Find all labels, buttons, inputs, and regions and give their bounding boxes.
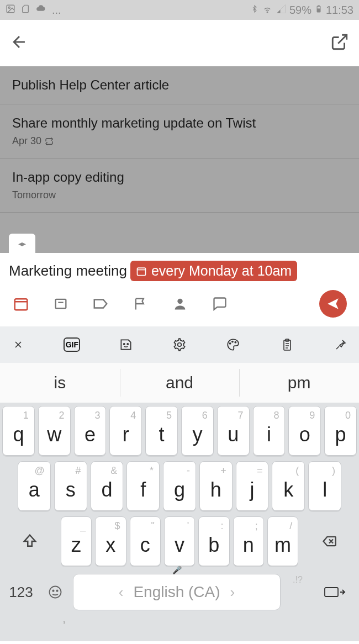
back-button[interactable] (10, 33, 29, 54)
open-external-button[interactable] (330, 33, 349, 54)
comment-button[interactable] (211, 295, 229, 313)
chevron-right-icon: › (230, 584, 235, 601)
task-meta: Apr 30 (12, 135, 347, 147)
task-meta: Tomorrow (12, 189, 347, 201)
task-title: Share monthly marketing update on Twist (12, 115, 347, 131)
label-button[interactable] (92, 295, 109, 313)
key-h[interactable]: +h (199, 461, 233, 511)
picture-icon (6, 4, 15, 17)
compose-toolbar (9, 281, 350, 326)
send-button[interactable] (319, 290, 347, 318)
drag-handle-icon[interactable]: ◂▸ (9, 234, 35, 253)
backspace-key[interactable] (302, 516, 357, 566)
task-item[interactable]: Share monthly marketing update on Twist … (0, 104, 359, 159)
key-g[interactable]: -g (163, 461, 196, 511)
kb-settings-button[interactable] (171, 336, 188, 353)
svg-point-19 (52, 590, 54, 592)
keyboard-suggestions: is and pm (0, 363, 359, 403)
key-b[interactable]: :b (198, 516, 229, 566)
task-item[interactable]: In-app copy editing Tomorrow (0, 159, 359, 213)
clock-time: 11:53 (326, 4, 353, 17)
svg-rect-7 (15, 299, 28, 310)
repeat-icon (45, 137, 54, 146)
key-e[interactable]: 3e (74, 406, 107, 456)
schedule-button[interactable] (12, 295, 30, 313)
keyboard-toolbar: GIF (0, 326, 359, 363)
svg-point-10 (123, 344, 124, 345)
assignee-button[interactable] (171, 295, 189, 313)
task-item[interactable]: Publish Help Center article (0, 66, 359, 104)
key-t[interactable]: 5t (145, 406, 178, 456)
task-list-overlay: Publish Help Center article Share monthl… (0, 66, 359, 253)
key-v[interactable]: 'v (164, 516, 195, 566)
svg-rect-21 (325, 588, 338, 597)
mic-icon: 🎤 (172, 566, 182, 574)
cell-signal-icon (276, 4, 286, 17)
key-w[interactable]: 2w (38, 406, 71, 456)
battery-icon (315, 3, 323, 17)
kb-gif-button[interactable]: GIF (64, 336, 80, 353)
svg-rect-4 (318, 6, 319, 6)
suggestion-1[interactable]: is (0, 363, 120, 403)
key-n[interactable]: ;n (233, 516, 264, 566)
kb-sticker-button[interactable] (118, 336, 134, 353)
svg-rect-5 (318, 9, 320, 12)
key-a[interactable]: @a (18, 461, 51, 511)
key-i[interactable]: 8i (253, 406, 286, 456)
key-l[interactable]: )l (308, 461, 341, 511)
sd-card-icon (21, 4, 30, 17)
emoji-key[interactable] (41, 584, 70, 600)
svg-point-9 (177, 299, 182, 304)
key-r[interactable]: 4r (109, 406, 142, 456)
kb-theme-button[interactable] (225, 336, 241, 353)
task-title: Publish Help Center article (12, 77, 347, 93)
task-input-text: Marketing meeting (9, 262, 127, 279)
svg-point-13 (230, 343, 231, 344)
svg-point-11 (127, 344, 128, 345)
svg-point-14 (232, 341, 233, 342)
svg-point-1 (8, 7, 10, 8)
key-j[interactable]: =j (236, 461, 269, 511)
date-chip-text: every Monday at 10am (151, 263, 292, 279)
key-u[interactable]: 7u (217, 406, 250, 456)
key-k[interactable]: (k (272, 461, 305, 511)
wifi-icon (262, 4, 273, 17)
key-z[interactable]: _z (61, 516, 92, 566)
suggestion-2[interactable]: and (120, 363, 240, 403)
punct-hint: .!? (284, 575, 312, 585)
svg-point-12 (178, 343, 182, 347)
key-c[interactable]: "c (130, 516, 161, 566)
kb-clipboard-button[interactable] (279, 336, 295, 353)
key-y[interactable]: 6y (181, 406, 214, 456)
app-header (0, 20, 359, 66)
soft-keyboard: 1q2w3e4r5t6y7u8i9o0p @a#s&d*f-g+h=j(k)l … (0, 403, 359, 641)
kb-pin-button[interactable] (332, 336, 349, 353)
compose-panel: Marketing meeting every Monday at 10am (0, 253, 359, 326)
calendar-icon (136, 266, 147, 277)
date-chip[interactable]: every Monday at 10am (130, 261, 297, 281)
key-x[interactable]: $x (95, 516, 126, 566)
enter-key[interactable] (315, 584, 355, 600)
priority-button[interactable] (131, 295, 149, 313)
chevron-left-icon: ‹ (119, 584, 124, 601)
key-f[interactable]: *f (126, 461, 160, 511)
space-label: English (CA) (133, 583, 220, 601)
status-ellipsis: ... (52, 4, 61, 17)
spacebar-key[interactable]: 🎤 ‹ English (CA) › (73, 574, 281, 610)
task-title: In-app copy editing (12, 170, 347, 185)
project-button[interactable] (52, 295, 70, 313)
key-p[interactable]: 0p (324, 406, 357, 456)
key-o[interactable]: 9o (288, 406, 321, 456)
key-d[interactable]: &d (91, 461, 124, 511)
bluetooth-icon (251, 3, 258, 17)
svg-point-18 (50, 587, 61, 598)
key-m[interactable]: /m (267, 516, 298, 566)
cloud-icon (35, 4, 46, 17)
task-input[interactable]: Marketing meeting every Monday at 10am (9, 261, 350, 281)
key-q[interactable]: 1q (2, 406, 35, 456)
shift-key[interactable] (2, 516, 57, 566)
kb-close-button[interactable] (10, 336, 27, 353)
key-s[interactable]: #s (54, 461, 87, 511)
suggestion-3[interactable]: pm (239, 363, 359, 403)
numeric-key[interactable]: 123 (4, 584, 38, 601)
